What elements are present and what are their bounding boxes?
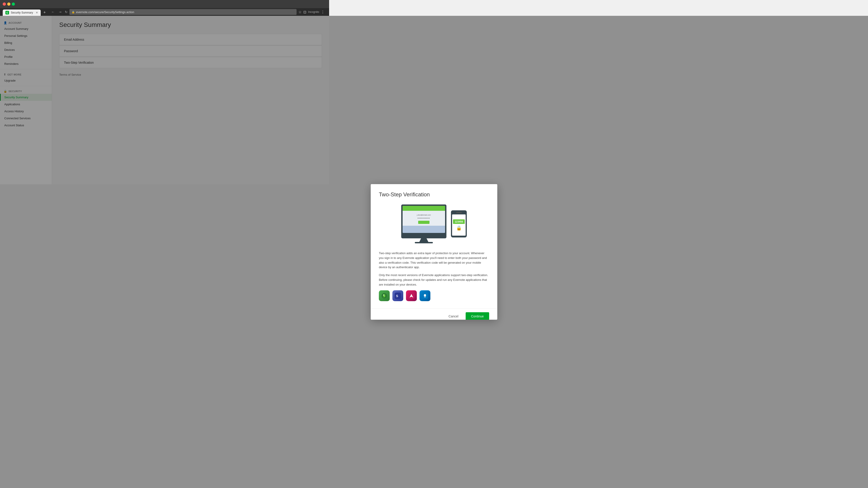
- sidebar-toggle-button[interactable]: ⊡: [303, 10, 306, 14]
- tab-close-button[interactable]: ✕: [36, 11, 38, 14]
- incognito-label: Incognito: [308, 10, 319, 13]
- address-bar[interactable]: 🔒 evernote.com/secure/SecuritySettings.a…: [69, 9, 297, 15]
- window-controls: [3, 2, 15, 6]
- tab-bar: E Security Summary ✕ + ← → ↻ 🔒 evernote.…: [0, 8, 329, 16]
- menu-button[interactable]: ⋮: [321, 10, 324, 14]
- bookmark-button[interactable]: ☆: [298, 10, 302, 14]
- forward-button[interactable]: →: [58, 9, 63, 14]
- lock-icon: 🔒: [72, 11, 75, 13]
- browser-chrome: [0, 0, 329, 8]
- maximize-window-button[interactable]: [12, 2, 15, 6]
- close-window-button[interactable]: [3, 2, 6, 6]
- minimize-window-button[interactable]: [7, 2, 10, 6]
- refresh-button[interactable]: ↻: [65, 10, 68, 14]
- back-button[interactable]: ←: [51, 9, 56, 14]
- url-text: evernote.com/secure/SecuritySettings.act…: [76, 10, 134, 14]
- tab-title: Security Summary: [11, 11, 33, 14]
- active-tab[interactable]: E Security Summary ✕: [3, 9, 41, 16]
- tab-favicon: E: [5, 11, 9, 14]
- new-tab-button[interactable]: +: [41, 10, 48, 15]
- modal-overlay: Two-Step Verification j.doe@email.com ••…: [0, 16, 329, 184]
